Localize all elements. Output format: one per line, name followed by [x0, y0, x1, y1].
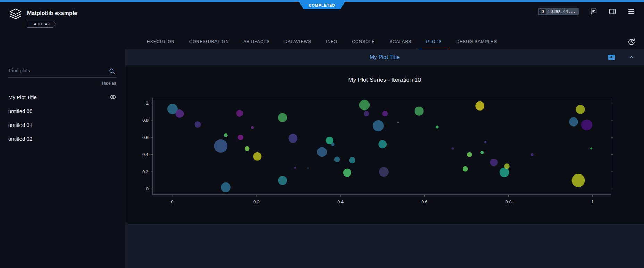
add-tag-label: + ADD TAG — [27, 21, 56, 27]
experiment-id-chip[interactable]: ID 503aa144... — [538, 8, 579, 15]
tab-scalars[interactable]: SCALARS — [382, 35, 419, 49]
id-badge: ID — [539, 9, 546, 14]
search-icon[interactable] — [109, 68, 115, 74]
svg-text:0.4: 0.4 — [142, 152, 149, 157]
top-accent-bar — [0, 0, 644, 2]
header-right: ID 503aa144... — [538, 2, 635, 16]
plot-panel-header: My Plot Title </> — [125, 49, 644, 65]
plot-list: My Plot Titleuntitled 00untitled 01untit… — [8, 90, 116, 146]
header-left: Matplotlib example + ADD TAG — [9, 2, 77, 35]
svg-text:0.4: 0.4 — [337, 199, 344, 204]
tab-bar: EXECUTIONCONFIGURATIONARTIFACTSDATAVIEWS… — [0, 35, 644, 49]
tab-console[interactable]: CONSOLE — [345, 35, 382, 49]
hide-all-link[interactable]: Hide all — [8, 81, 116, 86]
scatter-chart[interactable]: 00.20.40.60.8100.20.40.60.81 — [125, 91, 644, 209]
tab-configuration[interactable]: CONFIGURATION — [182, 35, 236, 49]
id-value: 503aa144... — [548, 9, 576, 14]
chart-title: My Plot Series - Iteration 10 — [125, 76, 644, 83]
svg-text:0: 0 — [146, 186, 149, 192]
svg-text:0.6: 0.6 — [142, 135, 149, 140]
eye-icon[interactable] — [110, 94, 116, 100]
sidebar-item-untitled-01[interactable]: untitled 01 — [8, 118, 116, 132]
svg-text:0.8: 0.8 — [142, 117, 149, 123]
svg-text:1: 1 — [591, 199, 594, 204]
svg-text:0: 0 — [171, 199, 173, 204]
plot-search — [8, 67, 116, 78]
sidebar-item-untitled-02[interactable]: untitled 02 — [8, 132, 116, 146]
plot-item-label: My Plot Title — [8, 94, 37, 100]
title-block: Matplotlib example + ADD TAG — [27, 7, 77, 35]
plots-sidebar: Hide all My Plot Titleuntitled 00untitle… — [0, 49, 125, 268]
feedback-icon[interactable] — [590, 8, 598, 15]
auto-refresh-icon[interactable] — [627, 38, 636, 48]
main-panel: My Plot Title </> My Plot Series - Itera… — [125, 49, 644, 268]
sidebar-item-untitled-00[interactable]: untitled 00 — [8, 104, 116, 118]
tab-bar-items: EXECUTIONCONFIGURATIONARTIFACTSDATAVIEWS… — [140, 35, 505, 49]
status-badge: COMPLETED — [299, 2, 345, 9]
side-panel-icon[interactable] — [609, 8, 616, 15]
view-code-icon[interactable]: </> — [608, 55, 615, 60]
next-panel-region — [125, 224, 644, 268]
tab-dataviews[interactable]: DATAVIEWS — [277, 35, 319, 49]
collapse-panel-icon[interactable] — [629, 55, 634, 60]
plot-area: My Plot Series - Iteration 10 00.20.40.6… — [125, 65, 644, 224]
svg-text:0.6: 0.6 — [421, 199, 427, 204]
tab-plots[interactable]: PLOTS — [419, 35, 449, 49]
plot-item-label: untitled 01 — [8, 122, 32, 128]
content: Hide all My Plot Titleuntitled 00untitle… — [0, 49, 644, 268]
svg-text:0.2: 0.2 — [142, 169, 149, 174]
tab-info[interactable]: INFO — [319, 35, 345, 49]
search-input[interactable] — [8, 67, 107, 74]
tab-execution[interactable]: EXECUTION — [140, 35, 182, 49]
tab-debug-samples[interactable]: DEBUG SAMPLES — [449, 35, 504, 49]
svg-text:0.2: 0.2 — [253, 199, 260, 204]
tab-artifacts[interactable]: ARTIFACTS — [236, 35, 277, 49]
plot-item-label: untitled 00 — [8, 108, 32, 114]
svg-text:0.8: 0.8 — [506, 199, 512, 204]
add-tag-button[interactable]: + ADD TAG — [27, 21, 56, 28]
svg-text:1: 1 — [146, 100, 149, 106]
plot-panel-title: My Plot Title — [125, 54, 644, 60]
plot-item-label: untitled 02 — [8, 136, 32, 142]
menu-icon[interactable] — [627, 8, 635, 15]
sidebar-item-my-plot-title[interactable]: My Plot Title — [8, 90, 116, 104]
app-logo-icon[interactable] — [9, 7, 22, 21]
experiment-title: Matplotlib example — [27, 10, 77, 16]
